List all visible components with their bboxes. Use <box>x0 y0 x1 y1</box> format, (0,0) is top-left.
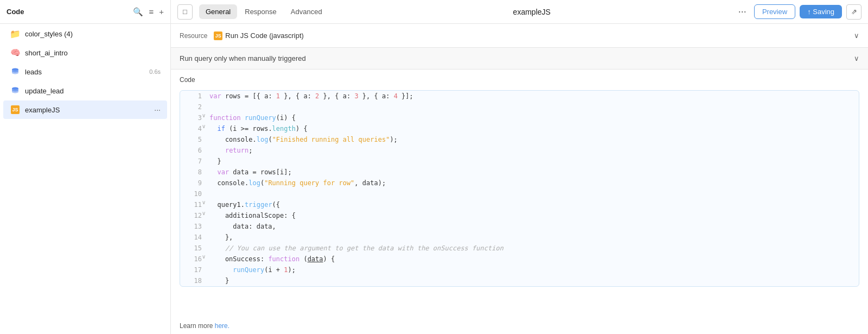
sidebar-item-label-color_styles: color_styles (4) <box>25 30 161 38</box>
sidebar-item-label-exampleJS: exampleJS <box>25 106 150 114</box>
line-code: onSuccess: function (data) { <box>209 254 859 264</box>
line-number: 18 <box>180 275 202 286</box>
tab-general[interactable]: General <box>199 4 237 19</box>
sidebar-item-label-update_lead: update_lead <box>25 87 161 95</box>
line-fold <box>202 243 209 254</box>
line-fold <box>202 178 209 188</box>
trigger-bar: Run query only when manually triggered ∨ <box>171 48 868 70</box>
code-line-11: 11∨ query1.trigger({ <box>180 199 859 210</box>
learn-more-link[interactable]: here. <box>215 322 229 330</box>
line-fold[interactable]: ∨ <box>202 123 209 134</box>
line-number: 17 <box>180 264 202 275</box>
code-line-13: 13 data: data, <box>180 221 859 232</box>
line-number: 6 <box>180 145 202 156</box>
preview-button[interactable]: Preview <box>754 4 795 19</box>
more-options-button[interactable]: ··· <box>735 4 750 20</box>
code-line-7: 7 } <box>180 156 859 167</box>
sidebar-item-update_lead[interactable]: update_lead <box>3 81 167 100</box>
line-code: additionalScope: { <box>209 210 859 221</box>
line-fold[interactable]: ∨ <box>202 210 209 221</box>
code-line-12: 12∨ additionalScope: { <box>180 210 859 221</box>
wrap-icon[interactable]: □ <box>177 4 193 20</box>
code-line-2: 2 <box>180 102 859 112</box>
resource-label: Resource <box>180 32 207 40</box>
line-code: runQuery(i + 1); <box>209 264 859 275</box>
saving-button[interactable]: ↑ Saving <box>800 5 842 18</box>
line-fold <box>202 156 209 167</box>
line-number: 10 <box>180 188 202 199</box>
sidebar-item-leads[interactable]: leads0.6s <box>3 62 167 81</box>
line-code: function runQuery(i) { <box>209 112 859 123</box>
code-line-5: 5 console.log("Finished running all quer… <box>180 134 859 145</box>
sidebar-item-color_styles[interactable]: 📁color_styles (4) <box>3 24 167 43</box>
line-code: var rows = [{ a: 1 }, { a: 2 }, { a: 3 }… <box>209 91 859 102</box>
code-line-10: 10 <box>180 188 859 199</box>
header-actions: ··· Preview ↑ Saving ⇗ <box>735 4 861 20</box>
code-line-4: 4∨ if (i >= rows.length) { <box>180 123 859 134</box>
line-fold[interactable]: ∨ <box>202 112 209 123</box>
line-fold[interactable]: ∨ <box>202 254 209 264</box>
main-panel: □ General Response Advanced exampleJS ··… <box>171 0 868 334</box>
line-number: 7 <box>180 156 202 167</box>
line-fold <box>202 188 209 199</box>
line-code: console.log("Running query for row", dat… <box>209 178 859 188</box>
js-badge-icon: JS <box>214 31 222 40</box>
line-number: 1 <box>180 91 202 102</box>
code-editor[interactable]: 1var rows = [{ a: 1 }, { a: 2 }, { a: 3 … <box>180 90 859 287</box>
code-line-18: 18 } <box>180 275 859 286</box>
line-fold <box>202 232 209 243</box>
line-code: query1.trigger({ <box>209 199 859 210</box>
learn-more-footer: Learn more here. <box>171 318 868 334</box>
line-fold <box>202 264 209 275</box>
tab-response[interactable]: Response <box>238 4 283 19</box>
sidebar-title: Code <box>7 8 133 16</box>
trigger-chevron[interactable]: ∨ <box>854 54 859 62</box>
line-number: 8 <box>180 167 202 178</box>
query-title: exampleJS <box>331 8 733 16</box>
line-code: console.log("Finished running all querie… <box>209 134 859 145</box>
expand-button[interactable]: ⇗ <box>846 4 861 20</box>
js-icon: JS <box>10 104 21 115</box>
filter-icon[interactable]: ≡ <box>149 7 154 16</box>
line-fold <box>202 275 209 286</box>
line-fold <box>202 134 209 145</box>
search-icon[interactable]: 🔍 <box>133 7 143 17</box>
sidebar-items: 📁color_styles (4)🧠short_ai_introleads0.6… <box>0 24 170 119</box>
code-line-3: 3∨function runQuery(i) { <box>180 112 859 123</box>
line-code <box>209 188 859 199</box>
code-table: 1var rows = [{ a: 1 }, { a: 2 }, { a: 3 … <box>180 91 859 286</box>
sidebar-item-more-exampleJS[interactable]: ··· <box>154 105 161 114</box>
sidebar-item-exampleJS[interactable]: JSexampleJS··· <box>3 100 167 119</box>
code-line-15: 15 // You can use the argument to get th… <box>180 243 859 254</box>
tab-advanced[interactable]: Advanced <box>284 4 329 19</box>
db-icon <box>10 66 21 77</box>
line-fold <box>202 102 209 112</box>
line-number: 3 <box>180 112 202 123</box>
db-icon <box>10 85 21 96</box>
line-code <box>209 102 859 112</box>
sidebar-header: Code 🔍 ≡ + <box>0 0 170 24</box>
line-code: var data = rows[i]; <box>209 167 859 178</box>
line-code: } <box>209 156 859 167</box>
line-number: 11 <box>180 199 202 210</box>
line-number: 15 <box>180 243 202 254</box>
code-wrapper[interactable]: 1var rows = [{ a: 1 }, { a: 2 }, { a: 3 … <box>171 90 868 318</box>
line-code: return; <box>209 145 859 156</box>
line-fold <box>202 221 209 232</box>
learn-more-text: Learn more <box>180 322 215 330</box>
line-fold <box>202 145 209 156</box>
line-number: 2 <box>180 102 202 112</box>
sidebar-item-label-leads: leads <box>25 68 145 76</box>
line-number: 13 <box>180 221 202 232</box>
line-fold[interactable]: ∨ <box>202 199 209 210</box>
sidebar: Code 🔍 ≡ + 📁color_styles (4)🧠short_ai_in… <box>0 0 171 334</box>
add-icon[interactable]: + <box>159 7 164 16</box>
sidebar-item-short_ai_intro[interactable]: 🧠short_ai_intro <box>3 43 167 62</box>
code-line-6: 6 return; <box>180 145 859 156</box>
line-fold <box>202 167 209 178</box>
resource-chevron[interactable]: ∨ <box>854 31 859 40</box>
line-number: 5 <box>180 134 202 145</box>
code-line-16: 16∨ onSuccess: function (data) { <box>180 254 859 264</box>
resource-tag-label: Run JS Code (javascript) <box>225 31 304 40</box>
line-code: // You can use the argument to get the d… <box>209 243 859 254</box>
